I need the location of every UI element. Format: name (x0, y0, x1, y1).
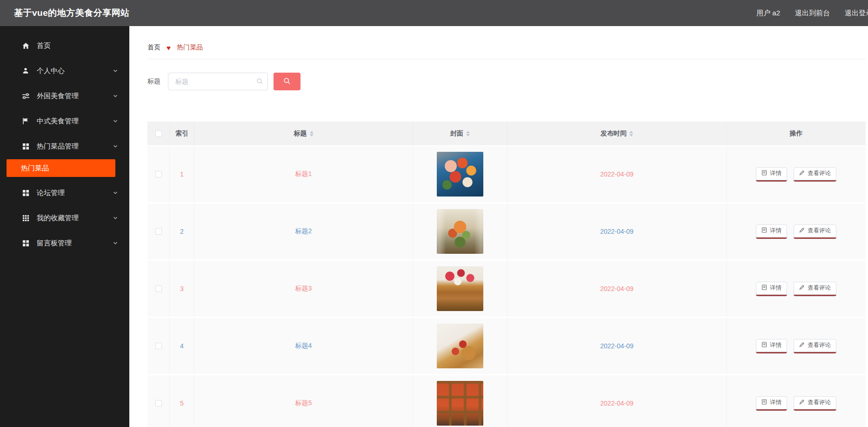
cover-image[interactable] (437, 152, 483, 197)
column-header-index: 索引 (170, 122, 194, 145)
row-checkbox[interactable] (155, 400, 162, 407)
search-icon (283, 77, 291, 86)
chevron-down-icon (113, 240, 118, 246)
pen-icon (799, 399, 805, 406)
sliders-icon (21, 92, 30, 100)
column-header-cover[interactable]: 封面 (413, 122, 507, 145)
row-checkbox[interactable] (155, 285, 162, 292)
user-icon (21, 67, 30, 75)
pen-icon (799, 285, 805, 291)
cover-image[interactable] (437, 381, 483, 426)
sidebar-item-label: 留言板管理 (37, 239, 72, 248)
view-comments-button[interactable]: 查看评论 (794, 224, 836, 237)
flag-icon (21, 117, 30, 125)
grid-icon (21, 239, 30, 247)
document-icon (761, 399, 767, 406)
breadcrumb: 首页 ♥ 热门菜品 (147, 43, 866, 52)
select-all-checkbox[interactable] (155, 130, 162, 137)
pen-icon (799, 170, 805, 177)
search-box (168, 73, 268, 90)
chevron-down-icon (113, 118, 118, 124)
row-title[interactable]: 标题2 (295, 227, 312, 236)
sidebar-item-personal-center[interactable]: 个人中心 (0, 58, 129, 83)
column-header-title[interactable]: 标题 (194, 122, 413, 145)
search-input[interactable] (168, 73, 268, 90)
cover-image[interactable] (437, 266, 483, 311)
search-icon (256, 78, 263, 87)
row-checkbox[interactable] (155, 171, 162, 177)
sidebar-item-favorites-mgmt[interactable]: 我的收藏管理 (0, 205, 129, 230)
row-date: 2022-04-09 (600, 342, 634, 350)
sort-caret-icon[interactable] (310, 131, 314, 136)
header-select-all[interactable] (147, 122, 170, 145)
chevron-down-icon (113, 68, 118, 74)
document-icon (761, 227, 767, 234)
sidebar-item-home[interactable]: 首页 (0, 33, 129, 58)
row-date: 2022-04-09 (600, 170, 634, 178)
sidebar-item-label: 个人中心 (37, 67, 65, 75)
app-title: 基于vue的地方美食分享网站 (0, 7, 130, 19)
topbar-links: 用户 a2 退出到前台 退出登录 (756, 9, 868, 18)
sort-caret-icon[interactable] (466, 131, 470, 136)
table-row: 3 标题3 2022-04-09 详情 (147, 261, 866, 318)
sidebar-item-chinese-food[interactable]: 中式美食管理 (0, 108, 129, 134)
sidebar-item-foreign-food[interactable]: 外国美食管理 (0, 83, 129, 108)
sidebar-item-label: 外国美食管理 (37, 92, 79, 101)
topbar-link-logout[interactable]: 退出登录 (845, 9, 868, 18)
sidebar-subitem-hot-dishes-active[interactable]: 热门菜品 (7, 159, 115, 177)
data-table: 索引 标题 封面 发布时间 操作 1 标题1 (147, 122, 866, 427)
row-title[interactable]: 标题1 (295, 170, 312, 178)
row-date: 2022-04-09 (600, 400, 634, 407)
column-header-date[interactable]: 发布时间 (507, 122, 727, 145)
grid9-icon (21, 214, 30, 222)
detail-button[interactable]: 详情 (756, 339, 787, 352)
detail-button[interactable]: 详情 (756, 282, 787, 295)
row-index[interactable]: 5 (180, 400, 184, 407)
sidebar-item-message-board-mgmt[interactable]: 留言板管理 (0, 230, 129, 256)
sort-caret-icon[interactable] (629, 131, 633, 136)
table-row: 4 标题4 2022-04-09 详情 (147, 318, 866, 375)
breadcrumb-home[interactable]: 首页 (147, 43, 160, 52)
sidebar-item-label: 我的收藏管理 (37, 214, 79, 223)
topbar-link-exit-to-front[interactable]: 退出到前台 (795, 9, 830, 18)
row-index[interactable]: 3 (180, 285, 184, 292)
sidebar-item-forum-mgmt[interactable]: 论坛管理 (0, 180, 129, 205)
row-checkbox[interactable] (155, 228, 162, 235)
row-title[interactable]: 标题5 (295, 399, 312, 407)
column-header-actions: 操作 (727, 122, 866, 145)
home-icon (21, 41, 30, 50)
sidebar-item-hot-dishes-mgmt[interactable]: 热门菜品管理 (0, 134, 129, 159)
cover-image[interactable] (437, 209, 483, 254)
sidebar-item-label: 中式美食管理 (37, 117, 79, 126)
row-title[interactable]: 标题3 (295, 285, 312, 293)
topbar-link-user[interactable]: 用户 a2 (756, 9, 780, 18)
cover-image[interactable] (437, 324, 483, 368)
detail-button[interactable]: 详情 (756, 396, 787, 409)
row-title[interactable]: 标题4 (295, 342, 312, 350)
row-index[interactable]: 2 (180, 228, 184, 235)
view-comments-button[interactable]: 查看评论 (794, 396, 836, 409)
view-comments-button[interactable]: 查看评论 (794, 339, 836, 352)
row-index[interactable]: 4 (180, 342, 184, 350)
view-comments-button[interactable]: 查看评论 (794, 282, 836, 295)
table-row: 2 标题2 2022-04-09 详情 (147, 203, 866, 261)
row-checkbox[interactable] (155, 343, 162, 349)
table-header-row: 索引 标题 封面 发布时间 操作 (147, 122, 866, 146)
chevron-down-icon (113, 215, 118, 221)
search-field-label: 标题 (147, 77, 160, 86)
row-index[interactable]: 1 (180, 170, 184, 178)
sidebar-item-label: 热门菜品管理 (37, 142, 79, 151)
detail-button[interactable]: 详情 (756, 167, 787, 180)
document-icon (761, 285, 767, 291)
table-row: 1 标题1 2022-04-09 详情 (147, 146, 866, 203)
row-date: 2022-04-09 (600, 228, 634, 235)
view-comments-button[interactable]: 查看评论 (794, 167, 836, 180)
detail-button[interactable]: 详情 (756, 224, 787, 237)
sidebar-item-label: 论坛管理 (37, 189, 65, 197)
grid-icon (21, 189, 30, 197)
search-button[interactable] (274, 73, 300, 90)
divider (147, 59, 866, 59)
breadcrumb-current: 热门菜品 (177, 43, 203, 52)
grid-icon (21, 142, 30, 150)
table-body: 1 标题1 2022-04-09 详情 (147, 146, 866, 427)
